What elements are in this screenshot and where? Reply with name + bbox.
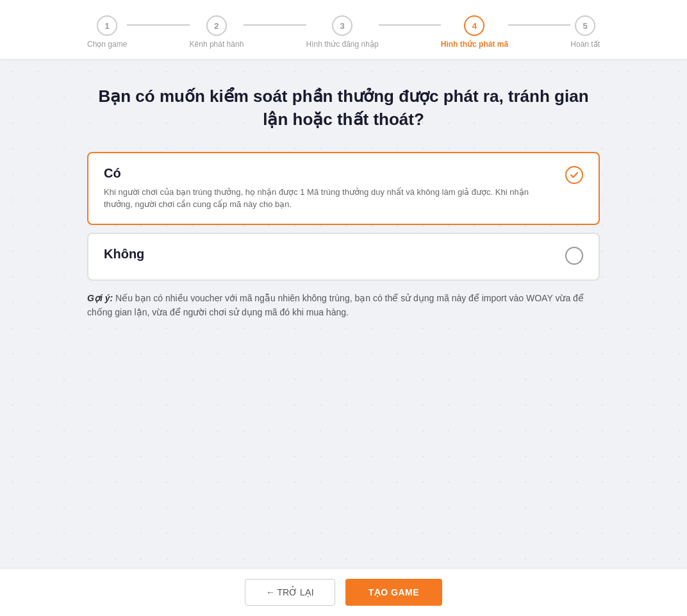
option-co-desc: Khi người chơi của bạn trúng thưởng, họ …	[104, 186, 555, 211]
option-khong-content: Không	[104, 247, 555, 267]
step-1-circle: 1	[97, 15, 117, 36]
option-co[interactable]: Có Khi người chơi của bạn trúng thưởng, …	[87, 152, 600, 225]
step-3[interactable]: 3 Hình thức đăng nhập	[306, 15, 379, 49]
step-3-label: Hình thức đăng nhập	[306, 40, 379, 49]
step-5[interactable]: 5 Hoàn tất	[570, 15, 600, 49]
main-content: Bạn có muốn kiểm soát phần thưởng được p…	[0, 59, 687, 616]
option-khong[interactable]: Không	[87, 233, 600, 281]
stepper: 1 Chọn game 2 Kênh phát hành 3 Hình thức…	[87, 15, 600, 49]
step-2-label: Kênh phát hành	[190, 40, 244, 49]
header-bar: 1 Chọn game 2 Kênh phát hành 3 Hình thức…	[0, 0, 687, 59]
step-1[interactable]: 1 Chọn game	[87, 15, 127, 49]
options-container: Có Khi người chơi của bạn trúng thưởng, …	[87, 152, 600, 320]
check-icon	[565, 166, 583, 184]
question-title: Bạn có muốn kiểm soát phần thưởng được p…	[87, 85, 600, 131]
step-2-circle: 2	[206, 15, 227, 36]
step-4-circle: 4	[464, 15, 484, 36]
step-line-1	[127, 24, 189, 26]
step-4-label: Hình thức phát mã	[441, 40, 508, 49]
step-2[interactable]: 2 Kênh phát hành	[190, 15, 244, 49]
step-3-circle: 3	[332, 15, 352, 36]
step-1-label: Chọn game	[87, 40, 127, 49]
hint-text: Gợi ý: Nếu bạn có nhiều voucher với mã n…	[87, 291, 600, 320]
back-button[interactable]: ← TRỞ LẠI	[245, 579, 335, 606]
footer-bar: ← TRỞ LẠI TẠO GAME	[0, 568, 687, 616]
step-4[interactable]: 4 Hình thức phát mã	[441, 15, 508, 49]
step-5-label: Hoàn tất	[570, 40, 600, 49]
option-co-title: Có	[104, 166, 555, 181]
background-pattern	[0, 59, 687, 616]
hint-label: Gợi ý:	[87, 293, 113, 303]
step-line-3	[379, 24, 441, 26]
create-button[interactable]: TẠO GAME	[345, 579, 442, 606]
option-co-content: Có Khi người chơi của bạn trúng thưởng, …	[104, 166, 555, 211]
option-khong-title: Không	[104, 247, 555, 262]
hint-body: Nếu bạn có nhiều voucher với mã ngẫu nhi…	[87, 293, 584, 317]
step-line-2	[244, 24, 306, 26]
radio-icon	[565, 247, 583, 265]
step-line-4	[508, 24, 570, 26]
step-5-circle: 5	[575, 15, 595, 36]
